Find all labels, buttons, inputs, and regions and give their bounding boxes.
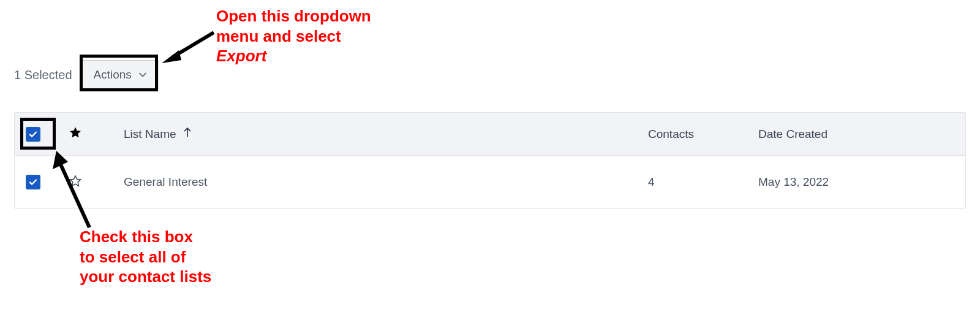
table-row[interactable]: General Interest 4 May 13, 2022 xyxy=(15,156,965,208)
contact-lists-table: List Name Contacts Date Created General … xyxy=(14,112,966,209)
row-checkbox[interactable] xyxy=(26,175,40,189)
date-created-column-header[interactable]: Date Created xyxy=(758,128,954,141)
annotation-select-all-instruction: Check this box to select all of your con… xyxy=(80,227,276,287)
annotation-dropdown-instruction: Open this dropdown menu and select Expor… xyxy=(216,6,400,66)
annotation-text-emphasis: Export xyxy=(216,46,400,66)
list-name-column-header[interactable]: List Name xyxy=(124,127,648,141)
annotation-text-line: your contact lists xyxy=(80,267,276,287)
annotation-arrow-icon xyxy=(162,29,217,69)
contacts-cell: 4 xyxy=(648,175,655,188)
star-column-header-icon[interactable] xyxy=(69,126,82,142)
list-name-header-label: List Name xyxy=(124,128,176,141)
date-created-header-label: Date Created xyxy=(758,128,827,140)
actions-dropdown-button[interactable]: Actions xyxy=(81,60,159,90)
table-header-row: List Name Contacts Date Created xyxy=(15,113,965,156)
svg-marker-0 xyxy=(162,50,181,63)
select-all-checkbox[interactable] xyxy=(26,127,40,142)
annotation-text-line: Open this dropdown xyxy=(216,6,400,26)
contacts-header-label: Contacts xyxy=(648,128,694,140)
date-created-cell: May 13, 2022 xyxy=(758,175,829,188)
contacts-column-header[interactable]: Contacts xyxy=(648,128,758,141)
selected-count: 1 Selected xyxy=(14,68,72,82)
annotation-arrow-icon xyxy=(53,151,102,233)
chevron-down-icon xyxy=(139,68,146,82)
sort-ascending-icon xyxy=(183,127,192,141)
annotation-text-line: to select all of xyxy=(80,247,276,267)
annotation-text-line: Check this box xyxy=(80,227,276,247)
annotation-text-line: menu and select xyxy=(216,26,400,47)
toolbar: 1 Selected Actions xyxy=(14,60,159,90)
list-name-cell: General Interest xyxy=(124,175,207,189)
actions-label: Actions xyxy=(94,68,132,82)
